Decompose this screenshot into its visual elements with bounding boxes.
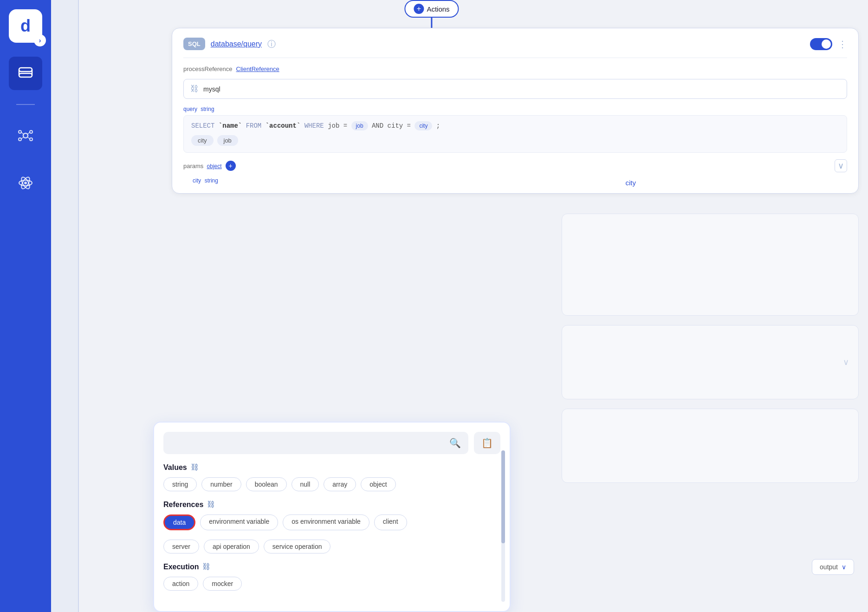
from-keyword: FROM — [246, 122, 262, 130]
params-row: params object + ∨ — [183, 159, 847, 172]
logo[interactable]: d › — [9, 9, 42, 43]
execution-section-title: Execution ⛓ — [163, 563, 500, 571]
secondary-sidebar — [51, 0, 79, 612]
more-menu-icon[interactable]: ⋮ — [838, 39, 847, 50]
mysql-input[interactable]: ⛓ mysql — [183, 79, 847, 99]
search-box[interactable]: 🔍 — [163, 432, 468, 454]
node-title-link[interactable]: database/query — [211, 40, 262, 48]
right-panel-city-label: city — [626, 179, 636, 187]
city-tag[interactable]: city — [191, 135, 214, 146]
references-tags-row-2: server api operation service operation — [163, 540, 500, 553]
sidebar-item-network[interactable] — [9, 119, 42, 152]
main-area: + Actions SQL database/query ⓘ ⋮ — [51, 0, 868, 612]
add-param-button[interactable]: + — [226, 161, 236, 171]
select-keyword: SELECT — [191, 122, 214, 130]
execution-tags-row: action mocker — [163, 577, 500, 591]
number-tag[interactable]: number — [201, 477, 241, 491]
scrollbar-thumb — [501, 450, 505, 543]
mysql-field: ⛓ mysql — [183, 79, 847, 99]
environment-variable-tag[interactable]: environment variable — [200, 514, 278, 530]
action-tag[interactable]: action — [163, 577, 198, 591]
where-keyword: WHERE — [304, 122, 324, 130]
sidebar-item-atom[interactable] — [9, 166, 42, 200]
api-operation-tag[interactable]: api operation — [204, 540, 259, 553]
output-label: output — [820, 563, 838, 571]
data-tag[interactable]: data — [163, 514, 195, 530]
svg-point-6 — [30, 130, 32, 133]
node-header: SQL database/query ⓘ ⋮ — [183, 38, 847, 58]
mocker-tag[interactable]: mocker — [203, 577, 242, 591]
client-reference-link[interactable]: ClientReference — [236, 65, 279, 72]
canvas-area: + Actions SQL database/query ⓘ ⋮ — [79, 0, 868, 612]
svg-point-5 — [19, 130, 21, 133]
query-label: query string — [183, 105, 847, 112]
sidebar: d › — [0, 0, 51, 612]
svg-line-12 — [27, 137, 30, 139]
query-section: query string SELECT `name` FROM `account… — [183, 105, 847, 153]
job-tag-inline: job — [351, 121, 368, 130]
node-card: SQL database/query ⓘ ⋮ processReference … — [172, 28, 859, 194]
values-section-title: Values ⛓ — [163, 463, 500, 472]
plus-icon: + — [414, 4, 424, 14]
client-tag[interactable]: client — [374, 514, 407, 530]
scrollbar-track[interactable] — [501, 450, 505, 602]
process-ref-row: processReference ClientReference — [183, 65, 847, 72]
values-tags-row: string number boolean null array object — [163, 477, 500, 491]
svg-line-10 — [27, 132, 30, 134]
search-icon[interactable]: 🔍 — [449, 437, 461, 449]
values-link-icon: ⛓ — [191, 463, 198, 472]
city-param-row: city string — [183, 177, 847, 184]
service-operation-tag[interactable]: service operation — [264, 540, 331, 553]
svg-point-8 — [30, 138, 32, 141]
os-environment-variable-tag[interactable]: os environment variable — [283, 514, 369, 530]
query-code: SELECT `name` FROM `account` WHERE job =… — [191, 122, 839, 130]
execution-link-icon: ⛓ — [202, 563, 210, 571]
info-icon[interactable]: ⓘ — [267, 39, 276, 50]
object-tag[interactable]: object — [361, 477, 395, 491]
references-link-icon: ⛓ — [207, 501, 214, 509]
svg-point-7 — [19, 138, 21, 141]
job-tag[interactable]: job — [217, 135, 238, 146]
boolean-tag[interactable]: boolean — [246, 477, 287, 491]
city-tag-inline: city — [415, 121, 432, 130]
output-row[interactable]: output ∨ — [812, 559, 854, 575]
mysql-value: mysql — [203, 85, 220, 93]
sidebar-item-database[interactable] — [9, 57, 42, 90]
references-tags-row-1: data environment variable os environment… — [163, 514, 500, 530]
sidebar-divider — [16, 104, 35, 105]
search-row: 🔍 📋 — [163, 432, 500, 454]
svg-point-4 — [23, 133, 28, 138]
account-table: `account` — [266, 122, 301, 130]
params-type-link[interactable]: object — [207, 163, 222, 169]
toggle-switch[interactable] — [810, 38, 832, 50]
chevron-down-icon: ∨ — [842, 563, 846, 571]
dropdown-panel: 🔍 📋 Values ⛓ string number — [153, 422, 511, 612]
name-field: `name` — [219, 122, 242, 130]
svg-line-9 — [21, 132, 24, 134]
actions-button[interactable]: + Actions — [404, 0, 459, 18]
array-tag[interactable]: array — [324, 477, 356, 491]
node-header-right: ⋮ — [810, 38, 847, 50]
right-panel-bottom — [562, 409, 859, 483]
params-expand-button[interactable]: ∨ — [835, 159, 847, 172]
server-tag[interactable]: server — [163, 540, 199, 553]
references-section-title: References ⛓ — [163, 501, 500, 509]
expand-sidebar-button[interactable]: › — [34, 34, 46, 46]
params-label: params object — [183, 163, 222, 169]
string-tag[interactable]: string — [163, 477, 197, 491]
sql-badge: SQL — [183, 38, 205, 50]
null-tag[interactable]: null — [291, 477, 319, 491]
svg-rect-1 — [19, 73, 32, 77]
process-ref-label: processReference — [183, 65, 233, 72]
right-panel-top — [562, 214, 859, 316]
query-code-box: SELECT `name` FROM `account` WHERE job =… — [183, 115, 847, 153]
query-tags: city job — [191, 135, 839, 146]
right-panel-mid: ∨ — [562, 325, 859, 399]
clipboard-button[interactable]: 📋 — [474, 432, 500, 454]
svg-line-11 — [21, 137, 24, 139]
link-icon: ⛓ — [190, 84, 199, 94]
clipboard-icon: 📋 — [481, 437, 493, 449]
svg-rect-0 — [19, 68, 32, 72]
svg-point-16 — [24, 182, 27, 184]
